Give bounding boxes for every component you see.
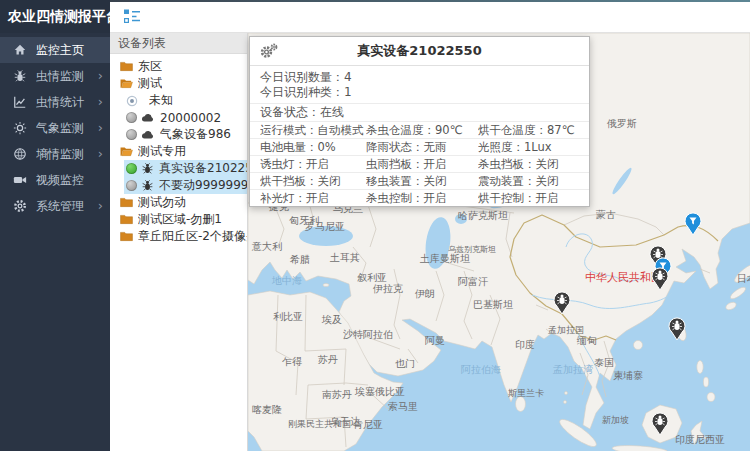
island-andaman-2 bbox=[564, 401, 567, 404]
map-label: 埃塞俄比亚 bbox=[354, 386, 405, 397]
island-philippines-mid bbox=[703, 377, 708, 387]
map-label: 柬埔寨 bbox=[613, 370, 643, 381]
popup-field-colon: ： bbox=[306, 174, 318, 188]
island-andaman bbox=[565, 392, 568, 395]
tree-device[interactable]: 20000002 bbox=[124, 109, 247, 126]
chart-icon bbox=[13, 95, 27, 109]
map-label: 土耳其 bbox=[329, 252, 360, 263]
folder-closed-icon bbox=[120, 61, 133, 72]
popup-field: 烘干挡板：关闭 bbox=[260, 173, 366, 189]
popup-field-label: 烘干挡板 bbox=[260, 174, 306, 188]
tree-folder[interactable]: 测试勿动 bbox=[110, 194, 247, 211]
map-label: 哈萨克斯坦 bbox=[458, 210, 508, 221]
map-label: 蒙古 bbox=[595, 209, 616, 220]
popup-field-value: 开启 bbox=[536, 191, 559, 205]
popup-field-colon: ： bbox=[295, 191, 307, 205]
popup-field-value: 90℃ bbox=[435, 123, 463, 137]
sun-icon bbox=[13, 121, 27, 135]
island-philippines-mindanao bbox=[707, 393, 715, 402]
sidebar-item-moisture-monitor[interactable]: 墒情监测› bbox=[0, 141, 110, 167]
popup-field-value: 开启 bbox=[306, 191, 329, 205]
sidebar-item-video-monitor[interactable]: 视频监控 bbox=[0, 167, 110, 193]
island-cyprus bbox=[323, 284, 329, 287]
weather-device-icon bbox=[141, 129, 155, 140]
tree-folder[interactable]: 章丘阳丘区-2个摄像头 bbox=[110, 228, 247, 245]
popup-stat-colon: ： bbox=[332, 85, 344, 99]
popup-field-colon: ： bbox=[536, 123, 548, 137]
popup-field-value: 关闭 bbox=[536, 157, 559, 171]
sidebar-item-weather-monitor[interactable]: 气象监测› bbox=[0, 115, 110, 141]
chevron-right-icon: › bbox=[98, 89, 103, 115]
popup-field: 虫雨挡板：开启 bbox=[366, 156, 478, 172]
popup-field-colon: ： bbox=[524, 157, 536, 171]
map-label: 乍得 bbox=[282, 356, 302, 367]
popup-stat-colon: ： bbox=[332, 70, 344, 84]
weather-device-icon bbox=[141, 112, 155, 123]
popup-field-colon: ： bbox=[513, 140, 525, 154]
tree-item-label: 测试区域-勿删1 bbox=[138, 211, 222, 228]
popup-field: 烘干控制：开启 bbox=[478, 190, 589, 206]
popup-stats: 今日识别数量：4今日识别种类：1 bbox=[250, 66, 589, 103]
tree-folder[interactable]: 测试专用 bbox=[110, 143, 247, 160]
map-label: 阿富汗 bbox=[458, 276, 488, 287]
map-label: 印度 bbox=[515, 339, 535, 350]
map-label: 孟加拉湾 bbox=[552, 364, 593, 375]
popup-field: 震动装置：关闭 bbox=[478, 173, 589, 189]
popup-field-label: 运行模式 bbox=[260, 123, 306, 137]
tree-folder[interactable]: 测试区域-勿删1 bbox=[110, 211, 247, 228]
tree-item-label: 真实设备21022550 bbox=[159, 160, 247, 177]
popup-field-colon: ： bbox=[524, 174, 536, 188]
tree-device[interactable]: 未知 bbox=[124, 92, 247, 109]
settings-cogs-icon[interactable] bbox=[259, 43, 278, 60]
popup-field-label: 烘干控制 bbox=[478, 191, 524, 205]
popup-field-label: 补光灯 bbox=[260, 191, 295, 205]
tree-device[interactable]: 不要动99999999 bbox=[124, 177, 247, 194]
map-label: 肯尼亚 bbox=[353, 419, 383, 430]
tree-device[interactable]: 气象设备986 bbox=[124, 126, 247, 143]
popup-field-colon: ： bbox=[306, 140, 318, 154]
sidebar-item-label: 视频监控 bbox=[36, 172, 110, 189]
camera-icon bbox=[13, 173, 27, 187]
popup-grid-row: 补光灯：开启杀虫控制：开启烘干控制：开启 bbox=[250, 189, 589, 206]
map-label: 喀麦隆 bbox=[252, 404, 282, 415]
popup-field-label: 杀虫挡板 bbox=[478, 157, 524, 171]
popup-field-value: 无雨 bbox=[424, 140, 447, 154]
status-dot-offline bbox=[126, 112, 137, 123]
popup-header: 真实设备21022550 bbox=[250, 37, 589, 66]
popup-field: 移虫装置：关闭 bbox=[366, 173, 478, 189]
map-label: 俄罗斯 bbox=[606, 118, 637, 129]
popup-stat-label: 今日识别种类 bbox=[260, 85, 332, 99]
map-label: 刚果民主共和国 bbox=[288, 419, 351, 429]
sidebar-item-label: 监控主页 bbox=[36, 42, 110, 59]
map-label: 地中海 bbox=[271, 275, 302, 286]
panel-toggle-icon[interactable] bbox=[123, 8, 142, 25]
map-label: 伊朗 bbox=[414, 288, 435, 299]
map-label: 土库曼斯坦 bbox=[419, 253, 470, 264]
map-label: 也门 bbox=[395, 358, 415, 369]
folder-open-icon bbox=[120, 78, 133, 89]
popup-field-label: 诱虫灯 bbox=[260, 157, 295, 171]
tree-folder[interactable]: 测试 bbox=[110, 75, 247, 92]
top-header-bar bbox=[110, 0, 750, 33]
sidebar-menu: 监控主页虫情监测›虫情统计›气象监测›墒情监测›视频监控系统管理› bbox=[0, 37, 110, 219]
popup-status: 设备状态：在线 bbox=[250, 103, 589, 121]
popup-status-label: 设备状态 bbox=[260, 105, 308, 119]
tree-item-label: 未知 bbox=[149, 92, 173, 109]
sidebar-item-insect-stats[interactable]: 虫情统计› bbox=[0, 89, 110, 115]
sidebar-item-home[interactable]: 监控主页 bbox=[0, 37, 110, 63]
tree-device[interactable]: 真实设备21022550 bbox=[124, 160, 247, 177]
popup-grid-row: 电池电量：0%降雨状态：无雨光照度：1Lux bbox=[250, 138, 589, 155]
popup-stat-label: 今日识别数量 bbox=[260, 70, 332, 84]
popup-grid-row: 诱虫灯：开启虫雨挡板：开启杀虫挡板：关闭 bbox=[250, 155, 589, 172]
map-label: 叙利亚 bbox=[357, 272, 387, 283]
popup-field-label: 杀虫仓温度 bbox=[366, 123, 424, 137]
popup-field-value: 开启 bbox=[306, 157, 329, 171]
popup-stat: 今日识别种类：1 bbox=[250, 85, 589, 100]
map-label: 希腊 bbox=[289, 254, 310, 265]
tree-folder[interactable]: 东区 bbox=[110, 58, 247, 75]
sidebar-item-insect-monitor[interactable]: 虫情监测› bbox=[0, 63, 110, 89]
sidebar-item-system-manage[interactable]: 系统管理› bbox=[0, 193, 110, 219]
island-hainan bbox=[634, 341, 643, 350]
tree-item-label: 20000002 bbox=[160, 111, 221, 125]
status-dot-offline bbox=[126, 129, 137, 140]
